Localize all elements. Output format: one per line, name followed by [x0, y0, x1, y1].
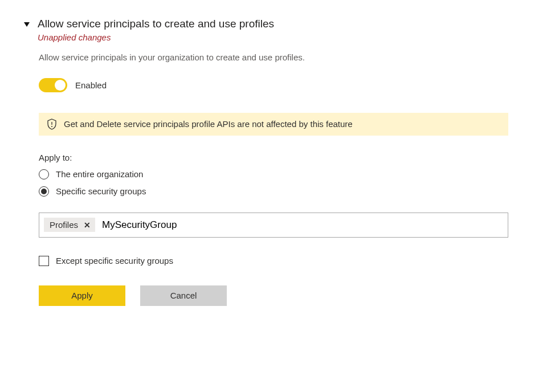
toggle-knob [55, 80, 66, 91]
radio-label: Specific security groups [56, 186, 146, 196]
security-groups-input[interactable]: Profiles ✕ [39, 213, 508, 238]
setting-header: Allow service principals to create and u… [24, 17, 536, 42]
radio-icon [39, 169, 49, 179]
enabled-toggle-label: Enabled [75, 80, 107, 90]
setting-title: Allow service principals to create and u… [38, 17, 274, 31]
radio-label: The entire organization [56, 169, 143, 179]
cancel-button[interactable]: Cancel [140, 285, 227, 306]
apply-to-label: Apply to: [39, 153, 536, 162]
apply-button[interactable]: Apply [39, 285, 125, 306]
warning-text: Get and Delete service principals profil… [64, 119, 353, 129]
header-text-block: Allow service principals to create and u… [38, 17, 274, 42]
group-search-input[interactable] [101, 219, 503, 231]
except-groups-label: Except specific security groups [56, 256, 173, 266]
unapplied-changes-label: Unapplied changes [38, 32, 274, 42]
except-groups-row: Except specific security groups [39, 256, 536, 266]
warning-banner: Get and Delete service principals profil… [39, 113, 508, 136]
radio-specific-groups[interactable]: Specific security groups [39, 186, 536, 197]
shield-warning-icon [47, 119, 57, 130]
group-chip: Profiles ✕ [44, 218, 95, 232]
radio-entire-org[interactable]: The entire organization [39, 169, 536, 179]
action-buttons: Apply Cancel [39, 285, 536, 306]
enabled-toggle[interactable] [39, 78, 67, 92]
enabled-toggle-row: Enabled [39, 78, 536, 92]
tenant-setting-panel: Allow service principals to create and u… [0, 0, 559, 323]
except-groups-checkbox[interactable] [39, 256, 49, 266]
radio-icon [39, 186, 49, 197]
chip-label: Profiles [50, 220, 78, 230]
setting-description: Allow service principals in your organiz… [39, 52, 536, 62]
chip-remove-icon[interactable]: ✕ [84, 221, 91, 229]
collapse-caret-icon[interactable] [24, 22, 30, 27]
svg-point-1 [51, 126, 52, 127]
